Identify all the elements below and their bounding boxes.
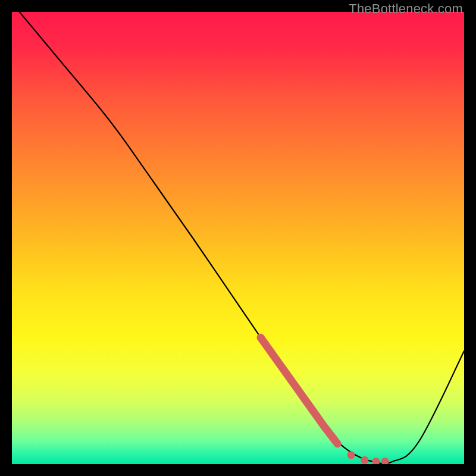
highlight-dot xyxy=(361,456,368,464)
chart-plot-area xyxy=(12,12,464,464)
highlight-dot xyxy=(347,451,355,459)
chart-svg xyxy=(12,12,464,464)
watermark-text: TheBottleneck.com xyxy=(349,1,463,17)
gradient-background xyxy=(12,12,464,464)
chart-frame: TheBottleneck.com xyxy=(0,0,476,476)
